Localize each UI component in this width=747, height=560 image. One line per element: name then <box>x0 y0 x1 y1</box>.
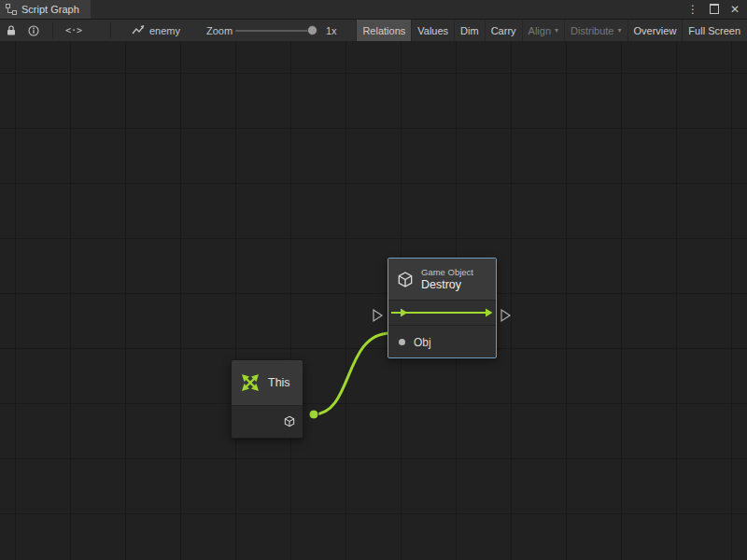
graph-breadcrumb[interactable]: enemy <box>132 20 180 41</box>
dim-button[interactable]: Dim <box>454 20 485 41</box>
tab-title: Script Graph <box>21 4 79 15</box>
node-this-header: This <box>232 360 303 406</box>
flow-out-arrow-icon <box>476 308 493 317</box>
node-destroy-flow-row <box>388 301 496 326</box>
chevron-down-icon: ▾ <box>555 27 558 35</box>
this-icon <box>239 371 261 394</box>
lock-icon[interactable] <box>6 20 17 41</box>
chevron-down-icon: ▾ <box>618 27 622 35</box>
zoom-slider-track[interactable] <box>235 30 310 32</box>
window-menu-icon[interactable]: ⋮ <box>687 4 698 15</box>
node-this-body <box>232 406 303 438</box>
distribute-button[interactable]: Distribute ▾ <box>564 20 627 41</box>
info-icon[interactable] <box>28 20 39 41</box>
game-object-icon <box>396 270 415 289</box>
game-object-icon <box>283 414 296 428</box>
node-title: This <box>268 376 290 389</box>
node-destroy[interactable]: Game Object Destroy Obj <box>388 258 497 358</box>
carry-button[interactable]: Carry <box>485 20 522 41</box>
zoom-label: Zoom <box>206 20 233 41</box>
node-this[interactable]: This <box>231 359 303 439</box>
node-destroy-titles: Game Object Destroy <box>421 267 473 292</box>
script-graph-icon <box>6 4 17 15</box>
toolbar-separator <box>52 22 53 38</box>
node-title: Destroy <box>421 278 473 292</box>
this-output-port[interactable] <box>309 410 318 419</box>
destroy-flow-input-port[interactable] <box>374 310 382 321</box>
values-button[interactable]: Values <box>411 20 454 41</box>
titlebar: Script Graph ⋮ ✕ <box>0 0 747 20</box>
close-icon[interactable]: ✕ <box>730 4 740 15</box>
zoom-value: 1x <box>326 20 337 41</box>
obj-input-port[interactable] <box>399 339 405 345</box>
tab-script-graph[interactable]: Script Graph <box>0 0 91 19</box>
graph-toolbar: <·> enemy Zoom 1x Relations Values Dim C… <box>0 20 747 42</box>
graph-asset-icon <box>132 24 145 37</box>
wires-layer <box>0 41 747 560</box>
node-destroy-header: Game Object Destroy <box>388 259 496 301</box>
toolbar-buttons: Relations Values Dim Carry Align ▾ Distr… <box>356 20 746 41</box>
graph-canvas[interactable]: This Game Object Destroy <box>0 41 747 560</box>
full-screen-button[interactable]: Full Screen <box>682 20 746 41</box>
graph-name: enemy <box>149 25 180 36</box>
connection-wire[interactable] <box>314 333 390 414</box>
destroy-flow-output-port[interactable] <box>501 310 510 321</box>
node-destroy-obj-row: Obj <box>388 326 496 358</box>
flow-relation-line <box>406 312 476 314</box>
zoom-slider[interactable] <box>235 20 321 41</box>
code-icon[interactable]: <·> <box>65 20 82 41</box>
node-category: Game Object <box>421 267 473 278</box>
align-button[interactable]: Align ▾ <box>522 20 564 41</box>
window-controls: ⋮ ✕ <box>687 0 747 19</box>
toolbar-separator <box>110 22 111 38</box>
relations-button[interactable]: Relations <box>356 20 411 41</box>
obj-port-label: Obj <box>414 336 431 349</box>
maximize-icon[interactable] <box>710 4 719 16</box>
zoom-slider-handle[interactable] <box>307 25 317 35</box>
overview-button[interactable]: Overview <box>627 20 683 41</box>
